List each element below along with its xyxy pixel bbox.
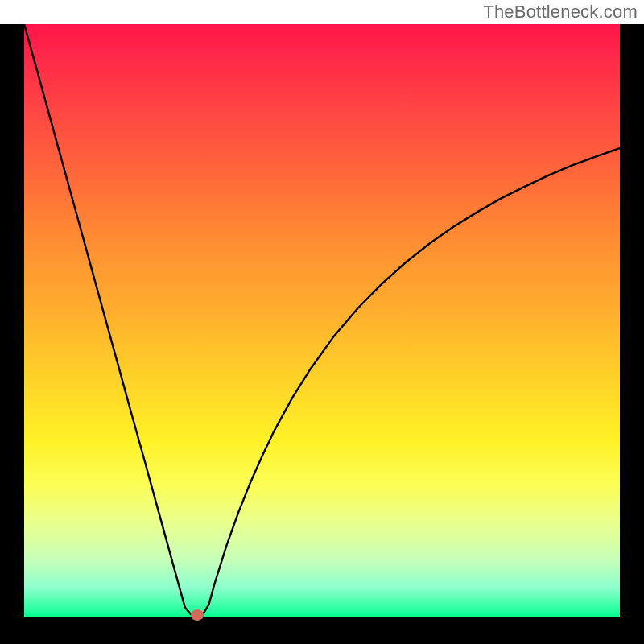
plot-area [24, 24, 620, 617]
chart-frame [0, 24, 644, 644]
chart-container: TheBottleneck.com [0, 0, 644, 644]
attribution-text: TheBottleneck.com [483, 2, 638, 23]
bottleneck-curve [24, 24, 620, 614]
curve-svg [24, 24, 620, 617]
minimum-dot-icon [191, 609, 204, 621]
